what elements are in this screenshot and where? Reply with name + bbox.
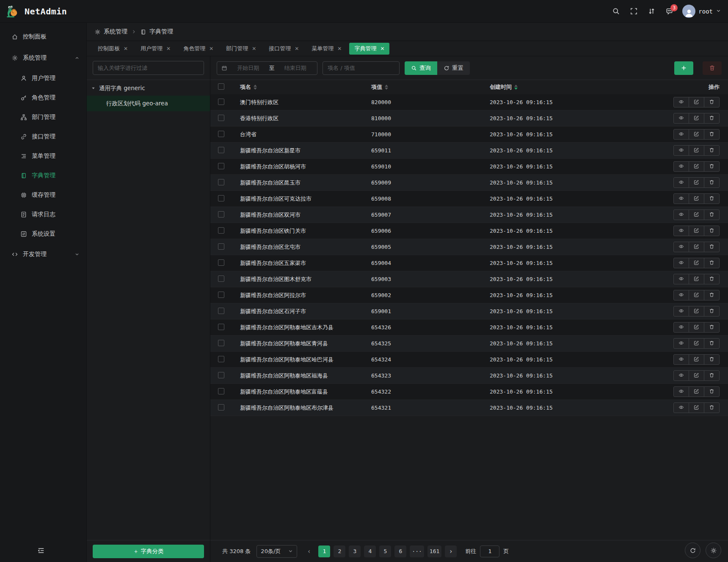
sidebar-item-settings[interactable]: 系统设置 <box>0 224 86 244</box>
sidebar-item-roles[interactable]: 角色管理 <box>0 88 86 107</box>
table-row[interactable]: 新疆维吾尔自治区新星市6590112023-10-26 09:16:15 <box>210 143 728 159</box>
edit-button[interactable] <box>689 129 704 140</box>
search-icon[interactable] <box>611 7 620 16</box>
edit-button[interactable] <box>689 386 704 397</box>
table-row[interactable]: 新疆维吾尔自治区铁门关市6590062023-10-26 09:16:15 <box>210 223 728 239</box>
delete-button[interactable] <box>704 274 720 284</box>
sidebar-item-dev[interactable]: 开发管理 <box>0 244 86 265</box>
sidebar-item-cache[interactable]: 缓存管理 <box>0 185 86 205</box>
view-button[interactable] <box>673 242 689 252</box>
page-button-6[interactable]: 6 <box>394 545 406 557</box>
table-row[interactable]: 新疆维吾尔自治区阿勒泰地区吉木乃县6543262023-10-26 09:16:… <box>210 320 728 336</box>
sidebar-item-users[interactable]: 用户管理 <box>0 69 86 88</box>
row-checkbox[interactable] <box>218 211 224 218</box>
close-icon[interactable]: ✕ <box>337 46 342 51</box>
view-button[interactable] <box>673 274 689 284</box>
table-row[interactable]: 新疆维吾尔自治区昆玉市6590092023-10-26 09:16:15 <box>210 175 728 191</box>
delete-button[interactable] <box>704 258 720 268</box>
tab-6[interactable]: 菜单管理✕ <box>306 43 347 55</box>
table-row[interactable]: 澳门特别行政区8200002023-10-26 09:16:15 <box>210 94 728 110</box>
page-button-3[interactable]: 3 <box>349 545 361 557</box>
delete-button[interactable] <box>704 161 720 172</box>
view-button[interactable] <box>673 161 689 172</box>
view-button[interactable] <box>673 97 689 107</box>
view-button[interactable] <box>673 402 689 413</box>
bulk-delete-button[interactable] <box>703 61 722 75</box>
view-button[interactable] <box>673 338 689 349</box>
notifications-icon[interactable]: 3 <box>665 7 674 16</box>
edit-button[interactable] <box>689 322 704 333</box>
keyword-input[interactable] <box>323 61 400 75</box>
row-checkbox[interactable] <box>218 147 224 153</box>
view-button[interactable] <box>673 145 689 156</box>
user-menu[interactable]: root <box>682 5 721 18</box>
sidebar-item-system[interactable]: 系统管理 <box>0 47 86 69</box>
table-row[interactable]: 新疆维吾尔自治区图木舒克市6590032023-10-26 09:16:15 <box>210 271 728 287</box>
page-button-4[interactable]: 4 <box>364 545 376 557</box>
view-button[interactable] <box>673 193 689 204</box>
delete-button[interactable] <box>704 306 720 317</box>
add-dictionary-category-button[interactable]: ＋ 字典分类 <box>93 545 204 558</box>
delete-button[interactable] <box>704 97 720 107</box>
delete-button[interactable] <box>704 386 720 397</box>
column-header-value[interactable]: 项值 <box>371 83 490 91</box>
edit-button[interactable] <box>689 209 704 220</box>
edit-button[interactable] <box>689 177 704 188</box>
tab-1[interactable]: 控制面板✕ <box>93 43 133 55</box>
page-button-2[interactable]: 2 <box>334 545 345 557</box>
table-row[interactable]: 新疆维吾尔自治区五家渠市6590042023-10-26 09:16:15 <box>210 255 728 271</box>
view-button[interactable] <box>673 322 689 333</box>
fullscreen-icon[interactable] <box>629 7 638 16</box>
tab-2[interactable]: 用户管理✕ <box>135 43 176 55</box>
row-checkbox[interactable] <box>218 340 224 346</box>
page-button-5[interactable]: 5 <box>379 545 391 557</box>
goto-page-input[interactable] <box>480 545 499 557</box>
view-button[interactable] <box>673 209 689 220</box>
edit-button[interactable] <box>689 402 704 413</box>
view-button[interactable] <box>673 226 689 236</box>
sort-icons[interactable] <box>385 85 388 90</box>
view-button[interactable] <box>673 258 689 268</box>
table-row[interactable]: 新疆维吾尔自治区阿勒泰地区青河县6543252023-10-26 09:16:1… <box>210 336 728 352</box>
tab-4[interactable]: 部门管理✕ <box>221 43 261 55</box>
close-icon[interactable]: ✕ <box>252 46 256 51</box>
row-checkbox[interactable] <box>218 259 224 266</box>
close-icon[interactable]: ✕ <box>209 46 213 51</box>
page-size-select[interactable]: 20条/页 <box>256 545 297 558</box>
page-button-161[interactable]: 161 <box>427 545 441 557</box>
tab-3[interactable]: 角色管理✕ <box>178 43 218 55</box>
delete-button[interactable] <box>704 290 720 300</box>
row-checkbox[interactable] <box>218 404 224 410</box>
table-row[interactable]: 新疆维吾尔自治区双河市6590072023-10-26 09:16:15 <box>210 207 728 223</box>
delete-button[interactable] <box>704 177 720 188</box>
edit-button[interactable] <box>689 113 704 124</box>
row-checkbox[interactable] <box>218 308 224 314</box>
sort-toggle-icon[interactable] <box>647 7 656 16</box>
table-row[interactable]: 新疆维吾尔自治区阿拉尔市6590022023-10-26 09:16:15 <box>210 287 728 303</box>
reload-icon[interactable] <box>685 543 700 558</box>
delete-button[interactable] <box>704 113 720 124</box>
tree-filter-input[interactable] <box>93 61 204 75</box>
delete-button[interactable] <box>704 209 720 220</box>
edit-button[interactable] <box>689 193 704 204</box>
view-button[interactable] <box>673 177 689 188</box>
view-button[interactable] <box>673 113 689 124</box>
column-header-name[interactable]: 项名 <box>240 83 371 91</box>
row-checkbox[interactable] <box>218 324 224 330</box>
edit-button[interactable] <box>689 354 704 365</box>
table-row[interactable]: 新疆维吾尔自治区阿勒泰地区哈巴河县6543242023-10-26 09:16:… <box>210 352 728 368</box>
close-icon[interactable]: ✕ <box>380 46 384 51</box>
delete-button[interactable] <box>704 370 720 381</box>
delete-button[interactable] <box>704 242 720 252</box>
sort-icons[interactable] <box>514 85 518 90</box>
view-button[interactable] <box>673 370 689 381</box>
edit-button[interactable] <box>689 306 704 317</box>
delete-button[interactable] <box>704 338 720 349</box>
menu-fold-icon[interactable] <box>37 547 46 555</box>
close-icon[interactable]: ✕ <box>295 46 299 51</box>
delete-button[interactable] <box>704 322 720 333</box>
tab-7[interactable]: 字典管理✕ <box>349 43 389 55</box>
view-button[interactable] <box>673 354 689 365</box>
table-row[interactable]: 新疆维吾尔自治区阿勒泰地区布尔津县6543212023-10-26 09:16:… <box>210 400 728 416</box>
next-page-button[interactable]: › <box>445 545 457 557</box>
